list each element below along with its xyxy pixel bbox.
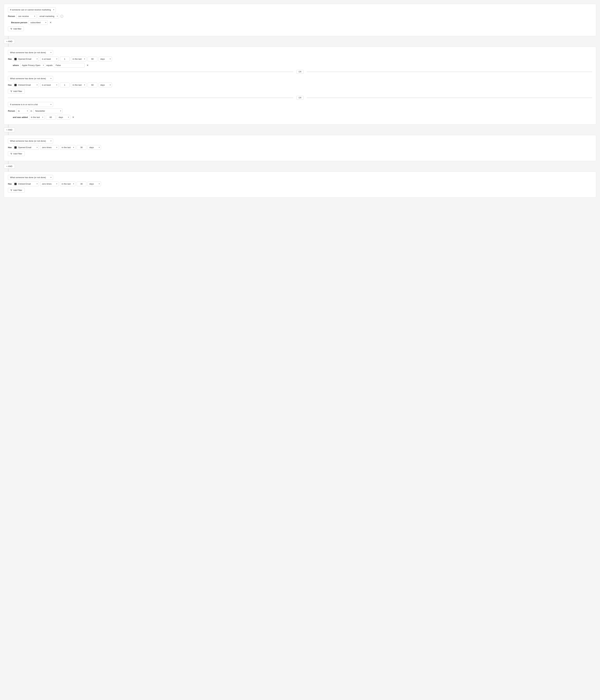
has-label-3: Has [8, 146, 12, 149]
added-time-value-input[interactable] [46, 115, 55, 120]
zero-times-select-wrap-4[interactable]: zero times is at least at least once [40, 181, 58, 186]
can-receive-select-wrap[interactable]: can receive cannot receive [16, 14, 36, 19]
apple-privacy-select-wrap[interactable]: Apple Privacy Open [20, 63, 45, 68]
vline-bottom-3 [8, 169, 8, 172]
block3-type-select-wrap[interactable]: What someone has done (or not done) [8, 139, 53, 144]
or-box-2: OR [296, 96, 304, 100]
in-the-last-select-2[interactable]: in the last all time before after [71, 83, 86, 87]
in-the-last-select-3[interactable]: in the last all time before after [60, 145, 75, 150]
days-select-wrap-4[interactable]: days weeks months [88, 181, 101, 186]
sub1-type-select[interactable]: What someone has done (or not done) [8, 50, 53, 55]
filter-icon-2 [10, 90, 12, 92]
sub1-type-select-wrap[interactable]: What someone has done (or not done) [8, 50, 53, 55]
time-value-input-1[interactable] [88, 57, 97, 61]
block4-type-select-wrap[interactable]: What someone has done (or not done) [8, 175, 53, 180]
add-filter-button-3[interactable]: Add Filter [8, 151, 25, 156]
time-value-input-2[interactable] [88, 83, 97, 87]
and-button-1[interactable]: + AND [4, 39, 15, 44]
zero-times-select-3[interactable]: zero times is at least at least once [40, 145, 58, 150]
opened-email-select-wrap-3[interactable]: Opened Email Clicked Email [13, 145, 39, 150]
days-select-4[interactable]: days weeks months [88, 181, 101, 186]
block-opened-zero: What someone has done (or not done) Has … [4, 135, 596, 161]
in-the-last-select-wrap-1[interactable]: in the last all time before after [71, 57, 86, 61]
sub2-type-select[interactable]: What someone has done (or not done) [8, 76, 53, 81]
sub3-type-select-wrap[interactable]: If someone is in or not in a list [8, 102, 53, 107]
opened-email-select[interactable]: Opened Email Clicked Email [13, 57, 39, 61]
or-divider-2: OR [8, 96, 592, 100]
where-close-button-1[interactable]: ✕ [86, 64, 89, 67]
time-value-input-4[interactable] [77, 181, 86, 186]
clicked-email-select-wrap-4[interactable]: Clicked Email Opened Email [13, 181, 39, 186]
is-select[interactable]: is is not [16, 108, 29, 113]
subscribed-select-wrap[interactable]: subscribed unsubscribed [29, 20, 48, 25]
block4-type-select[interactable]: What someone has done (or not done) [8, 175, 53, 180]
sub-block-1: What someone has done (or not done) Has … [8, 50, 592, 68]
clicked-email-select[interactable]: Clicked Email Opened Email [13, 83, 39, 87]
apple-privacy-select[interactable]: Apple Privacy Open [20, 63, 45, 68]
is-at-least-select-wrap-1[interactable]: is at least zero times at least once [40, 57, 58, 61]
sub3-type-select[interactable]: If someone is in or not in a list [8, 102, 53, 107]
count-input-2[interactable] [60, 83, 70, 87]
is-at-least-select-2[interactable]: is at least zero times at least once [40, 83, 58, 87]
opened-email-select-3[interactable]: Opened Email Clicked Email [13, 145, 39, 150]
where-label-1: where [13, 64, 19, 67]
person-label: Person [8, 15, 15, 18]
and-was-added-label: and was added [13, 116, 28, 119]
opened-email-select-wrap[interactable]: Opened Email Clicked Email [13, 57, 39, 61]
email-marketing-select-wrap[interactable]: email marketing sms marketing [38, 14, 59, 19]
add-filter-button-2[interactable]: Add Filter [8, 89, 25, 94]
marketing-type-select-wrap[interactable]: If someone can or cannot receive marketi… [8, 7, 56, 12]
equals-value-input-1[interactable] [54, 63, 84, 68]
zero-times-select-wrap-3[interactable]: zero times is at least at least once [40, 145, 58, 150]
email-marketing-select[interactable]: email marketing sms marketing [38, 14, 59, 19]
subscribed-select[interactable]: subscribed unsubscribed [29, 20, 48, 25]
has-label-1: Has [8, 58, 12, 60]
days-select-2[interactable]: days weeks months [99, 83, 112, 87]
vline-bottom-2 [8, 132, 8, 135]
added-days-select-wrap[interactable]: days weeks months [57, 115, 70, 120]
block-activity-group: What someone has done (or not done) Has … [4, 47, 596, 125]
and-button-2[interactable]: + AND [4, 127, 15, 132]
has-label-2: Has [8, 84, 12, 86]
was-added-close-button[interactable]: ✕ [72, 116, 75, 119]
added-timeframe-select[interactable]: in the last all time before after [29, 115, 45, 120]
and-button-3[interactable]: + AND [4, 164, 15, 169]
newsletter-select-wrap[interactable]: Newsletter VIP List Subscribers [33, 108, 62, 113]
add-filter-button-4[interactable]: Add Filter [8, 188, 25, 193]
newsletter-select[interactable]: Newsletter VIP List Subscribers [33, 108, 62, 113]
sub-block-3: If someone is in or not in a list Person… [8, 102, 592, 120]
is-at-least-select-wrap-2[interactable]: is at least zero times at least once [40, 83, 58, 87]
is-select-wrap[interactable]: is is not [16, 108, 29, 113]
days-select-wrap-3[interactable]: days weeks months [88, 145, 101, 150]
filter-builder: If someone can or cannot receive marketi… [4, 4, 596, 198]
marketing-type-select[interactable]: If someone can or cannot receive marketi… [8, 7, 56, 12]
clicked-email-select-wrap[interactable]: Clicked Email Opened Email [13, 83, 39, 87]
block-clicked-zero: What someone has done (or not done) Has … [4, 172, 596, 198]
person-label-2: Person [8, 110, 15, 112]
block3-type-select[interactable]: What someone has done (or not done) [8, 139, 53, 144]
because-close-button[interactable]: ✕ [49, 21, 52, 24]
days-select-1[interactable]: days weeks months [99, 57, 112, 61]
count-input-1[interactable] [60, 57, 70, 61]
added-days-select[interactable]: days weeks months [57, 115, 70, 120]
where-row-1: where Apple Privacy Open equals ✕ [8, 63, 592, 68]
can-receive-select[interactable]: can receive cannot receive [16, 14, 36, 19]
is-at-least-select-1[interactable]: is at least zero times at least once [40, 57, 58, 61]
zero-times-select-4[interactable]: zero times is at least at least once [40, 181, 58, 186]
sub2-type-select-wrap[interactable]: What someone has done (or not done) [8, 76, 53, 81]
in-the-last-select-wrap-2[interactable]: in the last all time before after [71, 83, 86, 87]
in-the-last-select-wrap-4[interactable]: in the last all time before after [60, 181, 75, 186]
and-connector-1: + AND [4, 36, 596, 47]
in-the-last-select-4[interactable]: in the last all time before after [60, 181, 75, 186]
vline-top-2 [8, 125, 8, 127]
time-value-input-3[interactable] [77, 145, 86, 150]
add-filter-button-1[interactable]: Add filter [8, 26, 24, 31]
in-the-last-select-1[interactable]: in the last all time before after [71, 57, 86, 61]
clicked-email-select-4[interactable]: Clicked Email Opened Email [13, 181, 39, 186]
in-the-last-select-wrap-3[interactable]: in the last all time before after [60, 145, 75, 150]
days-select-wrap-1[interactable]: days weeks months [99, 57, 112, 61]
days-select-wrap-2[interactable]: days weeks months [99, 83, 112, 87]
days-select-3[interactable]: days weeks months [88, 145, 101, 150]
equals-label-1: equals [47, 64, 53, 67]
added-timeframe-select-wrap[interactable]: in the last all time before after [29, 115, 45, 120]
